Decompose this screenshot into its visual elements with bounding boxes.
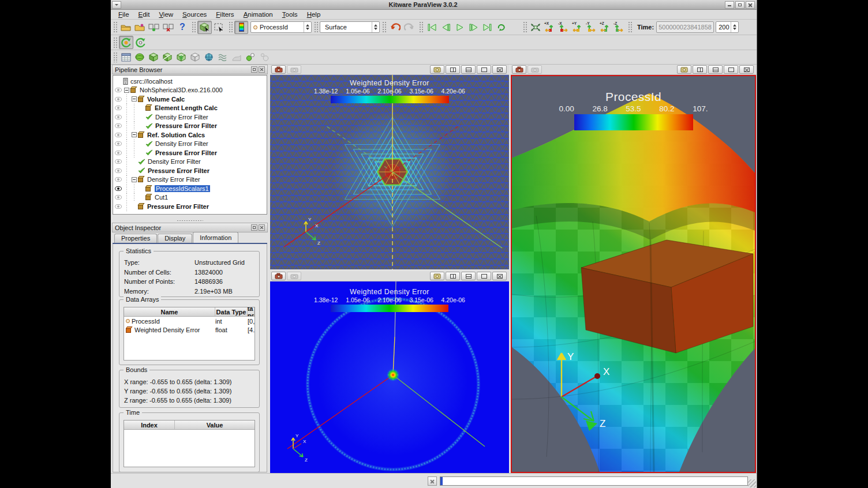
visibility-eye-icon[interactable]: [115, 88, 122, 92]
pipeline-item[interactable]: NohSpherical3D.exo.216.000: [113, 86, 267, 95]
visibility-eye-icon[interactable]: [115, 204, 122, 209]
edit-color-map-button[interactable]: [234, 21, 248, 34]
play-button[interactable]: [452, 21, 466, 34]
tube-filter-button[interactable]: [216, 51, 230, 64]
representation-selector[interactable]: Surface: [320, 21, 380, 33]
column-header[interactable]: Index: [124, 421, 175, 429]
reset-camera-button[interactable]: [529, 21, 542, 34]
view-minus-y-button[interactable]: -Y: [584, 21, 598, 34]
pipeline-item[interactable]: Ref. Solution Calcs: [113, 130, 267, 140]
maximize-view-button[interactable]: [477, 272, 491, 280]
camera-button[interactable]: [271, 272, 286, 280]
toolbar-handle[interactable]: [628, 21, 632, 33]
window-menu-icon[interactable]: [112, 1, 121, 9]
variable-selector[interactable]: ProcessId: [250, 21, 312, 33]
view-minus-x-button[interactable]: -X: [556, 21, 570, 34]
menu-file[interactable]: File: [114, 10, 133, 18]
tab-properties[interactable]: Properties: [114, 234, 157, 243]
resize-grip-icon[interactable]: [748, 479, 756, 487]
visibility-eye-icon[interactable]: [115, 123, 122, 128]
pipeline-item-label[interactable]: Pressure Error Filter: [155, 122, 217, 129]
rubber-band-select-button[interactable]: [212, 21, 226, 34]
close-view-button[interactable]: [492, 272, 507, 280]
pipeline-item[interactable]: Density Error Filter: [113, 175, 267, 185]
camera-button[interactable]: [512, 65, 526, 74]
maximize-view-button[interactable]: [477, 65, 491, 74]
split-horizontal-button[interactable]: [446, 272, 460, 280]
pipeline-item-label[interactable]: Density Error Filter: [155, 114, 208, 121]
pipeline-item[interactable]: Pressure Error Filter: [113, 166, 267, 175]
column-header[interactable]: Name: [124, 307, 215, 316]
select-cells-button[interactable]: [197, 21, 212, 34]
pipeline-item-label[interactable]: Element Length Calc: [155, 104, 218, 111]
pipeline-item-label[interactable]: Pressure Error Filter: [147, 203, 209, 210]
pipeline-item-label[interactable]: Pressure Error Filter: [148, 167, 209, 174]
toolbar-handle[interactable]: [113, 37, 117, 48]
panel-splitter[interactable]: [112, 218, 268, 223]
pipeline-item-label[interactable]: Cut1: [155, 194, 168, 201]
visibility-eye-icon[interactable]: [115, 186, 122, 191]
pipeline-item-label[interactable]: Density Error Filter: [155, 140, 208, 147]
pipeline-item-label[interactable]: Pressure Error Filter: [155, 149, 217, 156]
link-camera-button[interactable]: [527, 65, 542, 74]
float-panel-icon[interactable]: [251, 66, 257, 73]
calculator-button[interactable]: [119, 51, 133, 64]
view-minus-z-button[interactable]: -Z: [612, 21, 626, 34]
visibility-eye-icon[interactable]: [115, 151, 122, 155]
pipeline-item[interactable]: Density Error Filter: [113, 140, 267, 149]
link-camera-button[interactable]: [287, 272, 301, 280]
pipeline-item[interactable]: Density Error Filter: [113, 112, 267, 122]
view-plus-y-button[interactable]: +Y: [570, 21, 584, 34]
menu-help[interactable]: Help: [303, 10, 325, 18]
pipeline-item-selected[interactable]: ProcessIdScalars1: [113, 184, 267, 193]
group-datasets-button[interactable]: [257, 51, 271, 64]
loop-button[interactable]: [494, 21, 508, 34]
visibility-eye-icon[interactable]: [115, 177, 122, 182]
visibility-eye-icon[interactable]: [115, 168, 122, 173]
maximize-view-button[interactable]: [724, 65, 738, 74]
menu-edit[interactable]: Edit: [134, 10, 154, 18]
collapse-expander-icon[interactable]: [124, 88, 129, 93]
disconnect-server-button[interactable]: [161, 21, 175, 34]
column-header[interactable]: Data Type: [215, 307, 248, 316]
visibility-eye-icon[interactable]: [115, 159, 122, 164]
close-panel-icon[interactable]: [259, 66, 265, 73]
glyph-filter-button[interactable]: [244, 51, 257, 64]
pipeline-item-server[interactable]: csrc://localhost: [113, 77, 267, 86]
maximize-button[interactable]: [735, 1, 744, 9]
save-data-button[interactable]: [133, 21, 147, 34]
close-view-button[interactable]: [492, 65, 507, 74]
menu-filters[interactable]: Filters: [212, 10, 238, 18]
split-horizontal-button[interactable]: [693, 65, 707, 74]
open-file-button[interactable]: [119, 21, 133, 34]
scalar-bar[interactable]: Weighted Density Error 1.38e-12 1.05e-06…: [270, 79, 509, 103]
tab-display[interactable]: Display: [158, 234, 192, 243]
pipeline-item[interactable]: Pressure Error Filter: [113, 148, 267, 157]
column-header[interactable]: Value: [175, 421, 255, 429]
toolbar-handle[interactable]: [523, 21, 527, 33]
collapse-expander-icon[interactable]: [132, 132, 137, 137]
split-horizontal-button[interactable]: [446, 65, 460, 74]
pipeline-item-label[interactable]: csrc://localhost: [130, 78, 173, 85]
pipeline-item[interactable]: Volume Calc: [113, 95, 267, 104]
pipeline-item-label[interactable]: Ref. Solution Calcs: [147, 132, 205, 138]
float-panel-icon[interactable]: [251, 224, 257, 231]
undo-button[interactable]: [388, 21, 402, 34]
collapse-expander-icon[interactable]: [132, 96, 137, 102]
visibility-eye-icon[interactable]: [115, 141, 122, 146]
scalar-bar[interactable]: ProcessId 0.00 26.8 53.5 80.2 107.: [512, 90, 755, 130]
bookmark-camera-button[interactable]: [430, 272, 444, 280]
column-header[interactable]: Data Ranges: [248, 307, 255, 316]
spin-arrows-icon[interactable]: [731, 22, 738, 32]
menu-animation[interactable]: Animation: [240, 10, 277, 18]
pipeline-item[interactable]: Density Error Filter: [113, 157, 267, 167]
connect-server-button[interactable]: [147, 21, 161, 34]
bookmark-camera-button[interactable]: [430, 65, 444, 74]
view-plus-x-button[interactable]: +X: [542, 21, 556, 34]
table-row[interactable]: Weighted Density Error float [4.22498e-1…: [124, 325, 255, 334]
toolbar-handle[interactable]: [113, 52, 117, 62]
bookmark-camera-button[interactable]: [677, 65, 691, 74]
first-frame-button[interactable]: [425, 21, 439, 34]
pipeline-item-label[interactable]: Density Error Filter: [148, 158, 201, 165]
pipeline-item[interactable]: Pressure Error Filter: [113, 122, 267, 131]
